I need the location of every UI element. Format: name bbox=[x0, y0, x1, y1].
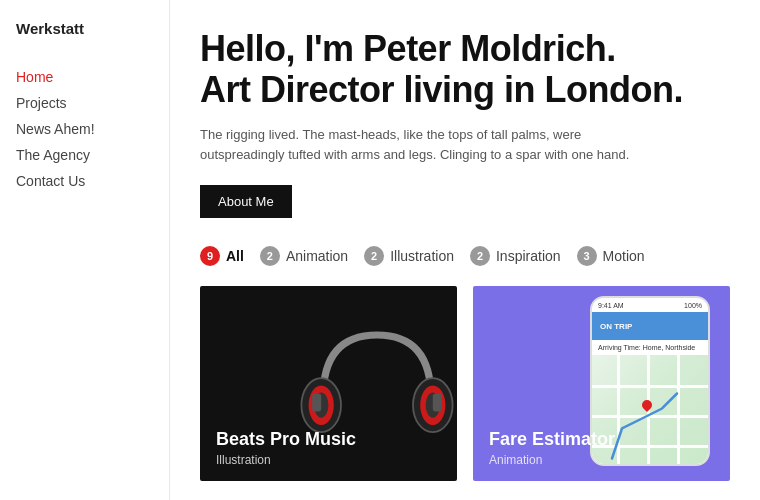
phone-trip-status: ON TRIP bbox=[600, 322, 632, 331]
nav-item-news[interactable]: News Ahem! bbox=[16, 117, 153, 141]
filter-inspiration-label: Inspiration bbox=[496, 248, 561, 264]
filter-animation-badge: 2 bbox=[260, 246, 280, 266]
filter-animation-label: Animation bbox=[286, 248, 348, 264]
filter-all-badge: 9 bbox=[200, 246, 220, 266]
svg-rect-7 bbox=[433, 393, 442, 411]
nav-item-home[interactable]: Home bbox=[16, 65, 153, 89]
phone-status-bar: 9:41 AM 100% bbox=[592, 298, 708, 312]
card-fare-title: Fare Estimator bbox=[489, 429, 615, 451]
svg-rect-6 bbox=[312, 393, 321, 411]
main-content: Hello, I'm Peter Moldrich. Art Director … bbox=[170, 0, 760, 500]
about-me-button[interactable]: About Me bbox=[200, 185, 292, 218]
card-beats-title: Beats Pro Music bbox=[216, 429, 356, 451]
phone-time: 9:41 AM bbox=[598, 302, 624, 309]
hero-description: The rigging lived. The mast-heads, like … bbox=[200, 125, 640, 165]
hero-section: Hello, I'm Peter Moldrich. Art Director … bbox=[200, 28, 730, 246]
filter-all-label: All bbox=[226, 248, 244, 264]
card-beats-category: Illustration bbox=[216, 453, 356, 467]
nav-item-agency[interactable]: The Agency bbox=[16, 143, 153, 167]
nav-item-projects[interactable]: Projects bbox=[16, 91, 153, 115]
filter-inspiration-badge: 2 bbox=[470, 246, 490, 266]
card-beats-label: Beats Pro Music Illustration bbox=[216, 429, 356, 467]
filter-tabs: 9 All 2 Animation 2 Illustration 2 Inspi… bbox=[200, 246, 730, 266]
phone-subtext: Arriving Time: Home, Northside bbox=[598, 344, 695, 351]
main-nav: Home Projects News Ahem! The Agency Cont… bbox=[16, 65, 153, 193]
portfolio-card-beats[interactable]: Beats Pro Music Illustration bbox=[200, 286, 457, 481]
phone-header: ON TRIP bbox=[592, 312, 708, 340]
filter-tab-illustration[interactable]: 2 Illustration bbox=[364, 246, 454, 266]
sidebar: Werkstatt Home Projects News Ahem! The A… bbox=[0, 0, 170, 500]
filter-motion-badge: 3 bbox=[577, 246, 597, 266]
card-fare-label: Fare Estimator Animation bbox=[489, 429, 615, 467]
hero-title: Hello, I'm Peter Moldrich. Art Director … bbox=[200, 28, 730, 111]
portfolio-card-fare[interactable]: 9:41 AM 100% ON TRIP Arriving Time: Home… bbox=[473, 286, 730, 481]
filter-tab-motion[interactable]: 3 Motion bbox=[577, 246, 645, 266]
nav-item-contact[interactable]: Contact Us bbox=[16, 169, 153, 193]
filter-motion-label: Motion bbox=[603, 248, 645, 264]
filter-tab-all[interactable]: 9 All bbox=[200, 246, 244, 266]
filter-illustration-label: Illustration bbox=[390, 248, 454, 264]
portfolio-grid: Beats Pro Music Illustration 9:41 AM 100… bbox=[200, 286, 730, 481]
filter-tab-inspiration[interactable]: 2 Inspiration bbox=[470, 246, 561, 266]
site-logo: Werkstatt bbox=[16, 20, 153, 37]
phone-battery: 100% bbox=[684, 302, 702, 309]
filter-tab-animation[interactable]: 2 Animation bbox=[260, 246, 348, 266]
card-fare-category: Animation bbox=[489, 453, 615, 467]
filter-illustration-badge: 2 bbox=[364, 246, 384, 266]
